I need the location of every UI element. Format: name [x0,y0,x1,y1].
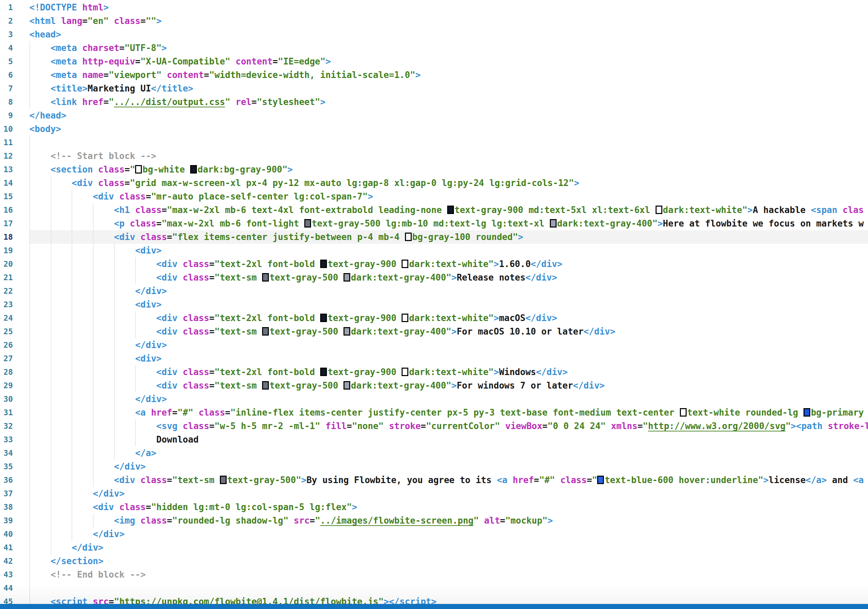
line-number[interactable]: 33 [0,433,13,446]
line-number[interactable]: 42 [0,554,13,568]
line-number[interactable]: 13 [0,163,13,176]
color-swatch[interactable] [803,408,810,417]
line-number[interactable]: 11 [0,136,13,149]
code-line[interactable]: 21<div class="text-sm text-gray-500 dark… [0,271,868,284]
code-line[interactable]: 26</div> [0,338,868,352]
code-line[interactable]: 32<svg class="w-5 h-5 mr-2 -ml-1" fill="… [0,419,868,433]
line-number[interactable]: 29 [0,379,13,392]
code-line[interactable]: 20<div class="text-2xl font-bold text-gr… [0,257,868,271]
line-number[interactable]: 32 [0,419,13,433]
color-swatch[interactable] [401,260,408,268]
color-swatch[interactable] [597,476,604,484]
line-number[interactable]: 14 [0,176,13,190]
code-line[interactable]: 38<div class="hidden lg:mt-0 lg:col-span… [0,500,868,514]
line-number[interactable]: 12 [0,149,13,163]
code-line[interactable]: 22</div> [0,284,868,298]
color-swatch[interactable] [401,368,408,376]
code-line[interactable]: 13<section class="bg-white dark:bg-gray-… [0,163,868,176]
line-number[interactable]: 20 [0,257,13,271]
code-line[interactable]: 19<div> [0,244,868,257]
code-line[interactable]: 42</section> [0,554,868,568]
line-number[interactable]: 1 [0,1,13,14]
line-number[interactable]: 3 [0,28,13,41]
line-number[interactable]: 25 [0,325,13,338]
color-swatch[interactable] [135,165,142,173]
line-number[interactable]: 6 [0,68,13,82]
code-line[interactable]: 23<div> [0,298,868,311]
code-line[interactable]: 35</div> [0,460,868,473]
color-swatch[interactable] [262,273,269,281]
line-number[interactable]: 37 [0,487,13,500]
line-number[interactable]: 21 [0,271,13,284]
color-swatch[interactable] [405,233,412,241]
line-number[interactable]: 18 [0,230,13,244]
code-line[interactable]: 4<meta charset="UTF-8"> [0,41,868,55]
code-line[interactable]: 30</div> [0,392,868,406]
color-swatch[interactable] [304,219,311,227]
line-number[interactable]: 2 [0,14,13,28]
code-line[interactable]: 39<img class="rounded-lg shadow-lg" src=… [0,514,868,527]
line-number[interactable]: 34 [0,446,13,460]
line-number[interactable]: 22 [0,284,13,298]
code-line[interactable]: 43<!-- End block --> [0,568,868,581]
line-number[interactable]: 26 [0,338,13,352]
line-number[interactable]: 10 [0,122,13,136]
code-line[interactable]: 6<meta name="viewport" content="width=de… [0,68,868,82]
line-number[interactable]: 31 [0,406,13,419]
code-line[interactable]: 3<head> [0,28,868,41]
color-swatch[interactable] [262,381,269,390]
line-number[interactable]: 15 [0,190,13,203]
line-number[interactable]: 41 [0,541,13,554]
code-line[interactable]: 44 [0,581,868,595]
code-line[interactable]: 18<div class="flex items-center justify-… [0,230,868,244]
line-number[interactable]: 30 [0,392,13,406]
color-swatch[interactable] [550,219,556,227]
color-swatch[interactable] [262,327,269,335]
code-line[interactable]: 31<a href="#" class="inline-flex items-c… [0,406,868,419]
line-number[interactable]: 38 [0,500,13,514]
line-number[interactable]: 39 [0,514,13,527]
code-line[interactable]: 41</div> [0,541,868,554]
line-number[interactable]: 4 [0,41,13,55]
color-swatch[interactable] [344,327,350,335]
line-number[interactable]: 19 [0,244,13,257]
color-swatch[interactable] [344,273,350,281]
code-line[interactable]: 37</div> [0,487,868,500]
code-line[interactable]: 8<link href="../../dist/output.css" rel=… [0,95,868,109]
line-number[interactable]: 35 [0,460,13,473]
color-swatch[interactable] [447,206,454,214]
code-line[interactable]: 7<title>Marketing UI</title> [0,82,868,95]
code-line[interactable]: 40</div> [0,527,868,541]
code-line[interactable]: 14<div class="grid max-w-screen-xl px-4 … [0,176,868,190]
line-number[interactable]: 40 [0,527,13,541]
code-line[interactable]: 2<html lang="en" class=""> [0,14,868,28]
color-swatch[interactable] [320,314,327,322]
code-line[interactable]: 24<div class="text-2xl font-bold text-gr… [0,311,868,325]
code-line[interactable]: 15<div class="mr-auto place-self-center … [0,190,868,203]
code-line[interactable]: 36<div class="text-sm text-gray-500">By … [0,473,868,487]
code-line[interactable]: 9</head> [0,109,868,122]
line-number[interactable]: 44 [0,581,13,595]
line-number[interactable]: 28 [0,365,13,379]
code-line[interactable]: 16<h1 class="max-w-2xl mb-6 text-4xl fon… [0,203,868,217]
code-line[interactable]: 25<div class="text-sm text-gray-500 dark… [0,325,868,338]
line-number[interactable]: 5 [0,55,13,68]
color-swatch[interactable] [320,368,327,376]
line-number[interactable]: 43 [0,568,13,581]
line-number[interactable]: 17 [0,217,13,230]
code-line[interactable]: 5<meta http-equiv="X-UA-Compatible" cont… [0,55,868,68]
line-number[interactable]: 24 [0,311,13,325]
code-line[interactable]: 34</a> [0,446,868,460]
color-swatch[interactable] [220,476,226,484]
color-swatch[interactable] [401,314,408,322]
code-line[interactable]: 17<p class="max-w-2xl mb-6 font-light te… [0,217,868,230]
color-swatch[interactable] [680,408,687,417]
code-line[interactable]: 28<div class="text-2xl font-bold text-gr… [0,365,868,379]
code-line[interactable]: 12<!-- Start block --> [0,149,868,163]
color-swatch[interactable] [656,206,662,214]
line-number[interactable]: 9 [0,109,13,122]
line-number[interactable]: 16 [0,203,13,217]
code-line[interactable]: 10<body> [0,122,868,136]
code-line[interactable]: 11 [0,136,868,149]
code-line[interactable]: 27<div> [0,352,868,365]
